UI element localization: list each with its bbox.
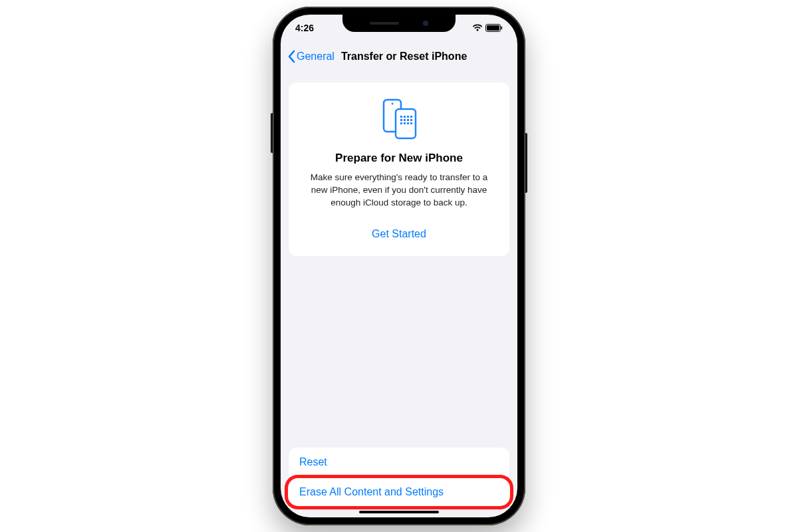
status-right <box>472 24 503 32</box>
svg-rect-17 <box>410 122 412 124</box>
content: Prepare for New iPhone Make sure everyth… <box>281 72 517 517</box>
home-indicator[interactable] <box>359 511 439 513</box>
svg-rect-16 <box>407 122 409 124</box>
reset-button[interactable]: Reset <box>289 448 509 477</box>
speaker-slot <box>370 22 399 25</box>
back-label: General <box>297 51 334 63</box>
svg-rect-9 <box>410 116 412 118</box>
back-button[interactable]: General <box>286 47 336 66</box>
front-camera <box>423 21 428 26</box>
svg-rect-10 <box>400 119 402 121</box>
notch <box>342 15 456 32</box>
device-frame: 4:26 General Transfer or R <box>273 7 525 525</box>
card-body: Make sure everything's ready to transfer… <box>301 172 497 209</box>
stage: 4:26 General Transfer or R <box>0 0 798 532</box>
card-title: Prepare for New iPhone <box>301 152 497 165</box>
svg-rect-6 <box>400 116 402 118</box>
transfer-devices-icon <box>301 97 497 141</box>
svg-rect-1 <box>487 25 499 31</box>
svg-rect-7 <box>404 116 406 118</box>
erase-all-content-button[interactable]: Erase All Content and Settings <box>289 477 509 507</box>
svg-rect-8 <box>407 116 409 118</box>
prepare-card: Prepare for New iPhone Make sure everyth… <box>289 82 509 256</box>
svg-rect-2 <box>501 27 503 30</box>
page-title: Transfer or Reset iPhone <box>341 51 467 63</box>
svg-point-4 <box>392 103 394 105</box>
get-started-button[interactable]: Get Started <box>372 224 426 244</box>
chevron-left-icon <box>287 50 295 63</box>
nav-bar: General Transfer or Reset iPhone <box>281 41 517 72</box>
wifi-icon <box>472 24 483 32</box>
svg-rect-14 <box>400 122 402 124</box>
screen: 4:26 General Transfer or R <box>281 15 517 517</box>
svg-rect-11 <box>404 119 406 121</box>
actions-list: Reset Erase All Content and Settings <box>289 448 509 507</box>
battery-icon <box>485 24 503 32</box>
erase-all-label: Erase All Content and Settings <box>299 486 444 497</box>
svg-rect-13 <box>410 119 412 121</box>
status-time: 4:26 <box>295 23 314 33</box>
svg-rect-12 <box>407 119 409 121</box>
svg-rect-15 <box>404 122 406 124</box>
